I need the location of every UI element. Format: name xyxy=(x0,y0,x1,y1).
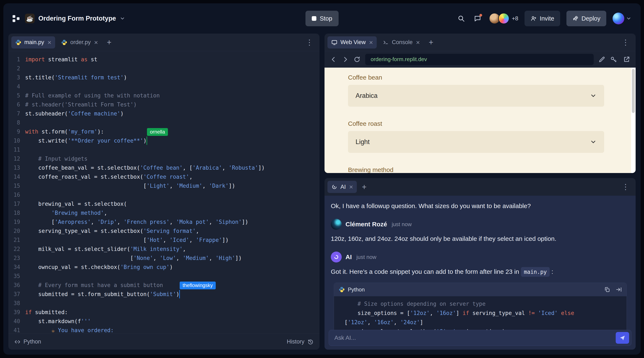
line-number: 37 xyxy=(8,290,20,299)
message-body: Got it. Here’s a code snippet you can ad… xyxy=(331,267,628,277)
code-line: 15 ['Light', 'Medium', 'Dark']) xyxy=(8,182,320,191)
collab-cursor-caret xyxy=(146,136,147,145)
field-label: Coffee bean xyxy=(348,74,604,81)
history-clock-icon xyxy=(307,339,314,345)
code-line: 11 xyxy=(8,145,320,154)
tab-label: AI xyxy=(340,184,346,190)
right-column: Web View × Console × + ⋮ xyxy=(324,34,636,349)
code-lines: 1import streamlit as st23st.title('Strea… xyxy=(8,55,320,334)
chevron-down-icon xyxy=(590,92,596,99)
edit-pencil-icon[interactable] xyxy=(598,56,606,63)
collaborator-count[interactable]: +8 xyxy=(512,15,518,22)
repl-title-menu[interactable]: ☕ Ordering Form Prototype xyxy=(25,14,125,23)
topbar: ☕ Ordering Form Prototype Stop xyxy=(3,3,641,34)
scrollbar-thumb[interactable] xyxy=(632,69,635,113)
url-field[interactable]: ordering-form.replit.dev xyxy=(365,54,594,65)
refresh-icon[interactable] xyxy=(354,56,360,63)
invite-button[interactable]: Invite xyxy=(524,11,560,26)
line-number: 2 xyxy=(8,64,20,73)
history-button[interactable]: History xyxy=(287,338,314,345)
new-tab-button[interactable]: + xyxy=(104,38,114,47)
ai-menu-icon[interactable]: ⋮ xyxy=(618,183,633,191)
editor-menu-icon[interactable]: ⋮ xyxy=(302,38,316,47)
line-number: 4 xyxy=(8,82,20,91)
code-line: 18 'Brewing method', xyxy=(8,209,320,218)
code-line: 7st.subheader('Coffee machine') xyxy=(8,109,320,118)
collab-cursor-label: ornella xyxy=(147,128,168,136)
close-icon[interactable]: × xyxy=(416,39,420,46)
tab-console[interactable]: Console × xyxy=(379,36,424,49)
workspace: main.py × order.py × + ⋮ 1import streaml… xyxy=(3,34,641,355)
select-coffee-bean[interactable]: Arabica xyxy=(348,85,604,107)
search-icon[interactable] xyxy=(456,14,466,24)
close-icon[interactable]: × xyxy=(349,184,353,190)
line-number: 39 xyxy=(8,308,20,317)
code-line: 10 st.write('**Order your coffee**') xyxy=(8,136,320,145)
line-number: 13 xyxy=(8,163,20,172)
field-label: Brewing method xyxy=(348,166,604,173)
line-number: 35 xyxy=(8,272,20,281)
ask-ai-input[interactable] xyxy=(334,334,616,341)
avatar xyxy=(331,219,342,230)
key-icon[interactable] xyxy=(610,56,617,63)
close-icon[interactable]: × xyxy=(48,39,52,46)
python-icon xyxy=(338,286,345,293)
message-author: Clément Rozé xyxy=(346,221,387,228)
code-line: 41 ☕ You have ordered: xyxy=(8,326,320,334)
line-number: 12 xyxy=(8,154,20,163)
chat-bubble-icon[interactable] xyxy=(472,14,482,24)
collaborator-avatar[interactable] xyxy=(498,13,510,24)
code-editor[interactable]: 1import streamlit as st23st.title('Strea… xyxy=(8,51,320,334)
line-number: 10 xyxy=(8,136,20,145)
line-number: 8 xyxy=(8,118,20,127)
line-number: 5 xyxy=(8,91,20,100)
line-number: 11 xyxy=(8,145,20,154)
open-in-new-tab-icon[interactable] xyxy=(623,56,630,63)
line-number: 18 xyxy=(8,209,20,218)
line-number: 41 xyxy=(8,326,20,334)
field-label: Coffee roast xyxy=(348,120,604,127)
scrollbar[interactable] xyxy=(631,68,636,173)
language-label: Python xyxy=(24,338,41,345)
account-menu[interactable] xyxy=(612,13,632,24)
line-number: 9 xyxy=(8,127,20,136)
select-coffee-roast[interactable]: Light xyxy=(348,131,604,153)
ai-chat: Ok, I have a followup question. What siz… xyxy=(324,196,636,349)
insert-code-icon[interactable] xyxy=(616,286,622,293)
line-number: 16 xyxy=(8,191,20,200)
tab-label: Web View xyxy=(340,39,366,46)
tab-web-view[interactable]: Web View × xyxy=(328,36,377,49)
select-value: Light xyxy=(356,138,370,146)
copy-icon[interactable] xyxy=(604,286,610,293)
topbar-actions: +8 Invite Deploy xyxy=(456,11,632,26)
back-icon[interactable] xyxy=(330,56,337,63)
editor-panel: main.py × order.py × + ⋮ 1import streaml… xyxy=(8,34,320,349)
chat-message: AI just now Got it. Here’s a code snippe… xyxy=(331,252,628,336)
close-icon[interactable]: × xyxy=(369,39,373,46)
tab-main-py[interactable]: main.py × xyxy=(11,36,55,49)
workspace-grid-icon[interactable] xyxy=(12,15,20,22)
chat-message-partial: Ok, I have a followup question. What siz… xyxy=(331,202,628,210)
tab-ai[interactable]: AI × xyxy=(328,181,357,193)
code-line: 19 ['Aeropress', 'Drip', 'French press',… xyxy=(8,218,320,227)
webview-menu-icon[interactable]: ⋮ xyxy=(618,38,633,47)
message-author: AI xyxy=(346,253,352,261)
language-indicator[interactable]: Python xyxy=(14,338,41,345)
stop-button[interactable]: Stop xyxy=(306,11,338,26)
send-button[interactable] xyxy=(616,332,629,344)
new-tab-button[interactable]: + xyxy=(359,183,370,192)
ai-loop-icon xyxy=(333,254,340,260)
close-icon[interactable]: × xyxy=(94,39,98,46)
forward-icon[interactable] xyxy=(342,56,349,63)
line-number: 17 xyxy=(8,200,20,209)
code-line: 20 serving_type_val = st.selectbox('Serv… xyxy=(8,227,320,236)
code-line: 5# Full example of using the with notati… xyxy=(8,91,320,100)
collaborator-avatars: +8 xyxy=(489,13,518,24)
new-tab-button[interactable]: + xyxy=(426,38,436,47)
deploy-button[interactable]: Deploy xyxy=(566,11,606,26)
line-number: 38 xyxy=(8,299,20,308)
streamlit-form: Coffee bean Arabica Coffee roast Light B… xyxy=(324,74,636,173)
repl-name: Ordering Form Prototype xyxy=(38,15,116,22)
chat-message: Clément Rozé just now 120z, 160z, and 24… xyxy=(331,219,628,243)
tab-order-py[interactable]: order.py × xyxy=(57,36,102,49)
